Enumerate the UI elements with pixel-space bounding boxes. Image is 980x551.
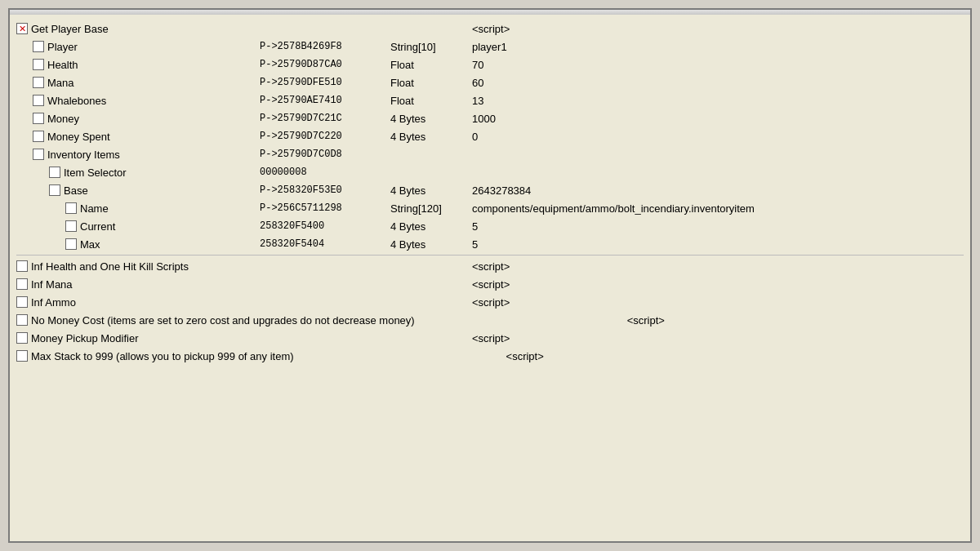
row-label-base: Base <box>64 184 260 197</box>
checkbox-whalebones[interactable] <box>33 95 44 106</box>
row-label-health: Health <box>47 59 260 71</box>
row-value-get-player-base: <script> <box>472 23 964 35</box>
table-row-name: NameP->256C5711298String[120]components/… <box>16 199 964 217</box>
table-row-max: Max258320F54044 Bytes5 <box>16 235 964 253</box>
checkbox-current[interactable] <box>65 220 77 232</box>
checkbox-inf-health[interactable] <box>16 260 28 272</box>
row-label-inf-ammo: Inf Ammo <box>31 296 260 309</box>
row-addr-name: P->256C5711298 <box>260 202 390 214</box>
row-label-inf-mana: Inf Mana <box>31 278 260 291</box>
table-row-player: PlayerP->2578B4269F8String[10]player1 <box>16 38 964 56</box>
checkbox-get-player-base[interactable] <box>16 23 28 34</box>
row-value-name: components/equipment/ammo/bolt_incendiar… <box>472 202 964 215</box>
row-type-health: Float <box>390 59 472 71</box>
row-value-money: 1000 <box>472 113 964 125</box>
row-label-mana: Mana <box>47 77 260 89</box>
row-label-item-selector: Item Selector <box>64 167 260 179</box>
checkbox-item-selector[interactable] <box>49 167 60 178</box>
row-addr-whalebones: P->25790AE7410 <box>260 95 390 106</box>
cheat-table: Get Player Base<script>PlayerP->2578B426… <box>10 15 970 370</box>
row-value-money-spent: 0 <box>472 131 964 143</box>
row-value-health: 70 <box>472 59 964 71</box>
table-row-item-selector: Item Selector00000008 <box>16 163 964 181</box>
main-panel: Get Player Base<script>PlayerP->2578B426… <box>8 8 972 543</box>
row-type-player: String[10] <box>390 41 472 53</box>
checkbox-max[interactable] <box>65 238 77 250</box>
table-row-money-pickup: Money Pickup Modifier<script> <box>16 329 964 347</box>
row-value-inf-health: <script> <box>472 260 964 273</box>
row-value-money-pickup: <script> <box>472 332 964 344</box>
table-row-whalebones: WhalebonesP->25790AE7410Float13 <box>16 91 964 109</box>
table-row-get-player-base: Get Player Base<script> <box>16 20 964 38</box>
table-row-inf-ammo: Inf Ammo<script> <box>16 293 964 311</box>
row-value-no-money-cost: <script> <box>627 314 964 327</box>
row-type-name: String[120] <box>390 202 472 215</box>
table-row-money-spent: Money SpentP->25790D7C2204 Bytes0 <box>16 127 964 145</box>
checkbox-inventory-items[interactable] <box>33 149 44 160</box>
table-row-current: Current258320F54004 Bytes5 <box>16 217 964 235</box>
row-value-mana: 60 <box>472 77 964 89</box>
row-label-whalebones: Whalebones <box>47 95 260 107</box>
section-divider <box>16 255 964 256</box>
row-value-max-stack: <script> <box>506 350 964 362</box>
table-row-no-money-cost: No Money Cost (items are set to zero cos… <box>16 311 964 329</box>
row-addr-health: P->25790D87CA0 <box>260 59 390 70</box>
row-value-base: 2643278384 <box>472 184 964 197</box>
row-value-max: 5 <box>472 238 964 251</box>
checkbox-max-stack[interactable] <box>16 350 28 362</box>
checkbox-base[interactable] <box>49 184 60 196</box>
checkbox-money-spent[interactable] <box>33 131 44 142</box>
table-row-inf-health: Inf Health and One Hit Kill Scripts<scri… <box>16 257 964 275</box>
row-addr-current: 258320F5400 <box>260 220 390 232</box>
row-type-current: 4 Bytes <box>390 220 472 233</box>
row-type-max: 4 Bytes <box>390 238 472 251</box>
row-label-current: Current <box>80 220 260 233</box>
row-value-inf-ammo: <script> <box>472 296 964 309</box>
checkbox-player[interactable] <box>33 41 44 52</box>
table-row-inventory-items: Inventory ItemsP->25790D7C0D8 <box>16 145 964 163</box>
row-label-inf-health: Inf Health and One Hit Kill Scripts <box>31 260 260 273</box>
checkbox-name[interactable] <box>65 202 77 214</box>
table-row-inf-mana: Inf Mana<script> <box>16 275 964 293</box>
table-row-mana: ManaP->25790DFE510Float60 <box>16 73 964 91</box>
table-row-money: MoneyP->25790D7C21C4 Bytes1000 <box>16 109 964 127</box>
row-label-money-pickup: Money Pickup Modifier <box>31 332 260 344</box>
row-value-current: 5 <box>472 220 964 233</box>
checkbox-no-money-cost[interactable] <box>16 314 28 326</box>
checkbox-inf-ammo[interactable] <box>16 296 28 308</box>
checkbox-inf-mana[interactable] <box>16 278 28 290</box>
row-addr-inventory-items: P->25790D7C0D8 <box>260 149 390 160</box>
checkbox-health[interactable] <box>33 59 44 70</box>
row-value-inf-mana: <script> <box>472 278 964 291</box>
row-value-player: player1 <box>472 41 964 53</box>
row-type-base: 4 Bytes <box>390 184 472 197</box>
row-label-max: Max <box>80 238 260 251</box>
row-type-money-spent: 4 Bytes <box>390 131 472 143</box>
row-label-no-money-cost: No Money Cost (items are set to zero cos… <box>31 314 415 327</box>
row-type-money: 4 Bytes <box>390 113 472 125</box>
row-type-whalebones: Float <box>390 95 472 107</box>
row-label-money: Money <box>47 113 260 125</box>
row-type-mana: Float <box>390 77 472 89</box>
row-label-player: Player <box>47 41 260 53</box>
checkbox-money-pickup[interactable] <box>16 332 28 344</box>
table-row-health: HealthP->25790D87CA0Float70 <box>16 56 964 73</box>
row-addr-money-spent: P->25790D7C220 <box>260 131 390 142</box>
row-label-money-spent: Money Spent <box>47 131 260 143</box>
checkbox-mana[interactable] <box>33 77 44 88</box>
checkbox-money[interactable] <box>33 113 44 124</box>
table-row-max-stack: Max Stack to 999 (allows you to pickup 9… <box>16 347 964 365</box>
row-label-max-stack: Max Stack to 999 (allows you to pickup 9… <box>31 350 294 362</box>
row-label-get-player-base: Get Player Base <box>31 23 260 35</box>
row-addr-max: 258320F5404 <box>260 238 390 250</box>
row-addr-money: P->25790D7C21C <box>260 113 390 124</box>
row-label-inventory-items: Inventory Items <box>47 149 260 161</box>
row-addr-item-selector: 00000008 <box>260 167 390 178</box>
table-row-base: BaseP->258320F53E04 Bytes2643278384 <box>16 181 964 199</box>
row-addr-base: P->258320F53E0 <box>260 184 390 196</box>
row-addr-mana: P->25790DFE510 <box>260 77 390 88</box>
row-label-name: Name <box>80 202 260 215</box>
row-value-whalebones: 13 <box>472 95 964 107</box>
row-addr-player: P->2578B4269F8 <box>260 41 390 52</box>
